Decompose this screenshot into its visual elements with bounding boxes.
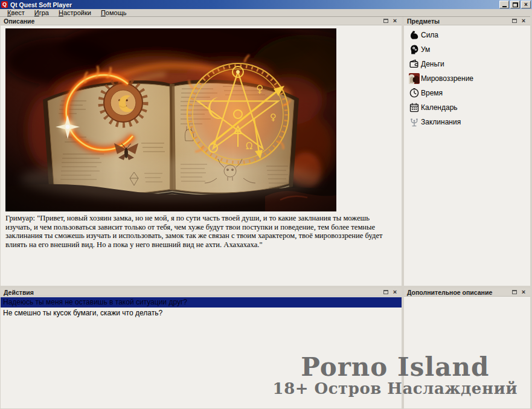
- item-worldview[interactable]: Мировоззрение: [409, 71, 530, 86]
- item-money[interactable]: Деньги: [409, 57, 530, 71]
- close-icon: ×: [524, 2, 528, 8]
- right-column: Предметы × Сила Ум: [404, 17, 530, 408]
- item-strength[interactable]: Сила: [409, 28, 530, 42]
- extra-panel-title: Дополнительное описание: [407, 289, 509, 296]
- actions-panel-titlebar: Действия ×: [1, 288, 402, 297]
- item-mind[interactable]: Ум: [409, 42, 530, 57]
- description-panel: Описание ×: [1, 17, 402, 286]
- actions-panel: Действия × Надеюсь ты меня не оставишь в…: [1, 288, 402, 408]
- minimize-icon: [502, 6, 507, 7]
- menu-quest[interactable]: Квест: [2, 9, 30, 16]
- description-text: Гримуар: "Привет, новый хозяин замка, но…: [5, 214, 397, 249]
- worldview-icon: [409, 73, 420, 84]
- item-label: Заклинания: [421, 118, 461, 126]
- window-titlebar: Q Qt Quest Soft Player ×: [0, 0, 532, 9]
- item-label: Сила: [421, 31, 438, 39]
- description-body: ♀ ♀ Ω: [1, 25, 402, 249]
- menu-bar: Квест Игра Настройки Помощь: [0, 9, 532, 17]
- calendar-icon: [409, 102, 420, 113]
- items-panel-title: Предметы: [407, 18, 509, 25]
- left-column: Описание ×: [1, 17, 402, 408]
- item-label: Деньги: [421, 60, 444, 68]
- float-icon: [383, 19, 388, 23]
- menu-settings[interactable]: Настройки: [54, 9, 96, 16]
- main-area: Описание ×: [0, 17, 532, 408]
- strength-icon: [409, 30, 420, 40]
- mind-icon: [409, 44, 420, 55]
- items-list: Сила Ум Деньги: [404, 25, 530, 129]
- item-spells[interactable]: Заклинания: [409, 115, 530, 129]
- money-icon: [409, 59, 420, 69]
- window-title: Qt Quest Soft Player: [10, 1, 498, 8]
- item-label: Мировоззрение: [421, 74, 473, 83]
- extra-float-button[interactable]: [511, 289, 518, 295]
- items-float-button[interactable]: [511, 18, 518, 24]
- description-close-button[interactable]: ×: [391, 18, 399, 24]
- item-label: Время: [421, 89, 443, 97]
- description-panel-titlebar: Описание ×: [1, 17, 402, 25]
- items-close-button[interactable]: ×: [520, 18, 527, 24]
- menu-help[interactable]: Помощь: [96, 9, 132, 16]
- spells-icon: [409, 117, 420, 127]
- minimize-button[interactable]: [499, 1, 509, 8]
- menu-game[interactable]: Игра: [30, 9, 54, 16]
- items-panel: Предметы × Сила Ум: [404, 17, 530, 286]
- actions-float-button[interactable]: [382, 289, 389, 295]
- description-float-button[interactable]: [382, 18, 389, 24]
- item-time[interactable]: Время: [409, 86, 530, 100]
- restore-button[interactable]: [510, 1, 520, 8]
- item-label: Календарь: [421, 103, 458, 112]
- actions-panel-title: Действия: [4, 289, 380, 296]
- items-panel-titlebar: Предметы ×: [404, 17, 530, 25]
- actions-close-button[interactable]: ×: [391, 289, 399, 295]
- close-button[interactable]: ×: [521, 1, 531, 8]
- extra-close-button[interactable]: ×: [520, 289, 527, 295]
- item-label: Ум: [421, 45, 430, 54]
- extra-description-panel: Дополнительное описание ×: [404, 288, 530, 408]
- float-icon: [512, 19, 517, 23]
- action-item-2[interactable]: Не смешно ты кусок бумаги, скажи что дел…: [1, 308, 402, 318]
- float-icon: [383, 290, 388, 294]
- item-calendar[interactable]: Календарь: [409, 100, 530, 115]
- description-panel-title: Описание: [4, 18, 380, 25]
- action-item-1[interactable]: Надеюсь ты меня не оставишь в такой ситу…: [1, 297, 402, 308]
- actions-list: Надеюсь ты меня не оставишь в такой ситу…: [1, 297, 402, 319]
- time-icon: [409, 88, 420, 98]
- extra-description-body: [404, 297, 530, 408]
- app-logo-icon: Q: [1, 1, 8, 8]
- restore-icon: [513, 2, 518, 7]
- extra-panel-titlebar: Дополнительное описание ×: [404, 288, 530, 297]
- float-icon: [512, 290, 517, 294]
- grimoire-image: ♀ ♀ Ω: [5, 28, 336, 211]
